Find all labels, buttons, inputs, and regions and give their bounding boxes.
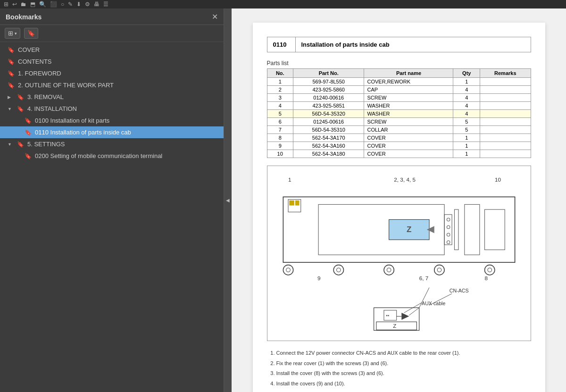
sidebar-label-inst-0100: 0100 Installation of kit parts [35,117,109,124]
bookmark-icon-settings: 🔖 [17,141,24,148]
sidebar-label-installation: 4. INSTALLATION [27,105,77,112]
sidebar-item-contents[interactable]: 🔖 CONTENTS [0,56,224,67]
parts-list-label: Parts list [267,60,531,67]
bookmark-icon-inst-0100: 🔖 [25,117,31,124]
sidebar-title: Bookmarks [6,13,42,21]
bookmark-icon-inst-0110: 🔖 [25,129,31,136]
bookmark-icon: 🔖 [27,30,35,37]
sidebar-item-settings[interactable]: 🔖 5. SETTINGS [0,138,224,150]
toolbar-icon-11[interactable]: 🖶 [94,1,100,8]
sidebar-wrapper: Bookmarks ✕ ⊞ ▾ 🔖 🔖 COVER [0,8,232,392]
svg-text:8: 8 [484,275,488,281]
instruction-item: Install the cover (8) with the screws (3… [276,369,531,378]
table-row: 8562-54-3A170COVER1 [267,134,531,142]
table-row: 9562-54-3A160COVER1 [267,142,531,150]
toolbar-icon-3[interactable]: 🖿 [21,1,26,8]
diagram-container: 1 2, 3, 4, 5 10 Z [267,166,531,341]
doc-content: 0110 Installation of parts inside cab Pa… [253,23,545,392]
svg-rect-10 [289,200,294,206]
toolbar-icon-5[interactable]: 🔍 [39,1,46,8]
main-area: Bookmarks ✕ ⊞ ▾ 🔖 🔖 COVER [0,8,566,392]
collapse-arrow-icon: ◀ [226,198,230,203]
view-toggle-button[interactable]: ⊞ ▾ [5,28,20,39]
sidebar-label-removal: 3. REMOVAL [27,93,64,100]
toolbar-icon-8[interactable]: ✎ [68,1,73,8]
toolbar-icon-2[interactable]: ↩ [12,1,17,8]
table-row: 1569-97-8L550COVER,REWORK1 [267,78,531,86]
svg-text:1: 1 [288,176,291,183]
bookmark-icon-installation: 🔖 [17,106,24,112]
sidebar-item-outline[interactable]: 🔖 2. OUTLINE OF THE WORK PART [0,79,224,91]
instructions-list: Connect the 12V power connector CN-ACS a… [267,349,531,389]
sidebar-label-cover: COVER [18,46,40,53]
bookmark-icon-outline: 🔖 [8,82,14,89]
section-title: Installation of parts inside cab [295,37,531,52]
sidebar-label-settings: 5. SETTINGS [27,141,65,148]
svg-text:Z: Z [393,323,396,329]
sidebar-label-foreword: 1. FOREWORD [18,70,61,77]
instruction-item: Install the covers (9) and (10). [276,379,531,389]
instruction-item: Fix the rear cover (1) with the screws (… [276,359,531,368]
col-header-remarks: Remarks [480,69,531,78]
sidebar-label-outline: 2. OUTLINE OF THE WORK PART [18,82,114,89]
sidebar-label-settings-0200: 0200 Setting of mobile communication ter… [35,152,162,159]
sidebar: Bookmarks ✕ ⊞ ▾ 🔖 🔖 COVER [0,8,224,392]
bookmark-icon-contents: 🔖 [8,58,14,65]
bookmark-icon-settings-0200: 🔖 [25,153,31,159]
close-sidebar-button[interactable]: ✕ [212,13,218,21]
bookmark-button[interactable]: 🔖 [24,28,38,39]
toolbar-icon-4[interactable]: ⬒ [30,1,35,8]
table-row: 556D-54-35320WASHER4 [267,110,531,118]
sidebar-label-contents: CONTENTS [18,58,52,65]
svg-text:10: 10 [494,176,501,183]
toolbar-icon-10[interactable]: ⚙ [85,1,90,8]
collapse-handle[interactable]: ◀ [224,8,232,392]
toolbar-icon-7[interactable]: ○ [61,1,64,8]
sidebar-item-removal[interactable]: 🔖 3. REMOVAL [0,91,224,103]
content-area[interactable]: 0110 Installation of parts inside cab Pa… [232,8,566,392]
table-row: 301240-00616SCREW4 [267,94,531,102]
col-header-qty: Qty [453,69,480,78]
section-header-table: 0110 Installation of parts inside cab [267,37,531,52]
sidebar-item-cover[interactable]: 🔖 COVER [0,44,224,56]
table-row: 756D-54-35310COLLAR5 [267,126,531,134]
expand-icon-settings [8,142,13,147]
svg-rect-0 [273,172,525,333]
col-header-partname: Part name [364,69,453,78]
toolbar-icon-1[interactable]: ⊞ [4,1,8,8]
sidebar-nav[interactable]: 🔖 COVER 🔖 CONTENTS 🔖 1. FOREWORD 🔖 2. OU… [0,42,224,392]
sidebar-header: Bookmarks ✕ [0,8,224,25]
sidebar-label-inst-0110: 0110 Installation of parts inside cab [35,129,131,136]
parts-table: No. Part No. Part name Qty Remarks 1569-… [267,68,531,158]
section-number: 0110 [267,37,295,52]
svg-text:AUX cable: AUX cable [422,300,445,306]
diagram-svg: 1 2, 3, 4, 5 10 Z [273,172,525,333]
toolbar-icon-9[interactable]: ⬇ [76,1,81,8]
table-row: 2423-925-5860CAP4 [267,86,531,94]
svg-text:CN-ACS: CN-ACS [449,288,468,293]
table-row: 4423-925-5851WASHER4 [267,102,531,110]
sidebar-item-installation[interactable]: 🔖 4. INSTALLATION [0,103,224,115]
svg-text:6, 7: 6, 7 [419,275,428,281]
svg-text:Z: Z [407,225,411,234]
grid-icon: ⊞ [8,30,13,37]
toolbar: ⊞ ↩ 🖿 ⬒ 🔍 ⬛ ○ ✎ ⬇ ⚙ 🖶 ☰ [0,0,566,8]
table-row: 10562-54-3A180COVER1 [267,150,531,158]
table-row: 601245-00616SCREW5 [267,118,531,126]
svg-text:▪▪: ▪▪ [386,313,389,318]
col-header-no: No. [267,69,293,78]
toolbar-icon-12[interactable]: ☰ [103,1,108,8]
sidebar-item-inst-0110[interactable]: 🔖 0110 Installation of parts inside cab [0,126,224,138]
expand-icon-installation [8,107,13,111]
bookmark-icon-removal: 🔖 [17,94,24,100]
instruction-item: Connect the 12V power connector CN-ACS a… [276,349,531,358]
toolbar-icon-6[interactable]: ⬛ [50,1,57,8]
svg-text:2, 3, 4, 5: 2, 3, 4, 5 [394,176,416,183]
expand-icon-removal [8,95,13,100]
bookmark-icon-foreword: 🔖 [8,70,14,77]
sidebar-item-settings-0200[interactable]: 🔖 0200 Setting of mobile communication t… [0,150,224,162]
sidebar-item-inst-0100[interactable]: 🔖 0100 Installation of kit parts [0,115,224,126]
dropdown-arrow-icon: ▾ [15,31,17,36]
bookmark-icon-cover: 🔖 [8,47,14,53]
sidebar-item-foreword[interactable]: 🔖 1. FOREWORD [0,67,224,79]
